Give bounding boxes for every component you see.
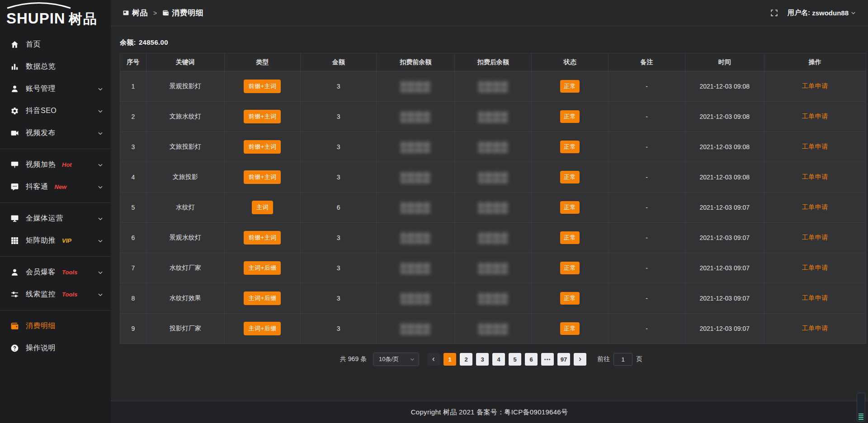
page-button-2[interactable]: 2 — [460, 353, 472, 366]
work-order-link[interactable]: 工单申请 — [802, 113, 828, 121]
page-button-3[interactable]: 3 — [476, 353, 489, 366]
redacted-value — [401, 202, 430, 213]
user-icon — [10, 268, 19, 277]
cell-keyword: 景观投影灯 — [146, 71, 225, 101]
chart-icon — [10, 62, 19, 71]
sidebar-item-会员爆客[interactable]: 会员爆客Tools — [0, 261, 111, 283]
cell-amount: 3 — [301, 253, 377, 283]
type-badge: 主词 — [252, 201, 273, 214]
cell-type: 主词+后缀 — [225, 253, 301, 283]
redacted-value — [478, 80, 508, 92]
cell-action: 工单申请 — [764, 162, 866, 192]
status-badge: 正常 — [560, 80, 580, 93]
breadcrumb-item-树品[interactable]: 树品 — [123, 8, 148, 18]
sidebar-item-线索监控[interactable]: 线索监控Tools — [0, 283, 111, 306]
page-button-6[interactable]: 6 — [525, 353, 538, 366]
page-button-97[interactable]: 97 — [557, 353, 570, 366]
work-order-link[interactable]: 工单申请 — [802, 82, 828, 90]
cell-balance-after — [455, 162, 532, 192]
wallet-icon — [162, 9, 169, 16]
breadcrumb-item-消费明细[interactable]: 消费明细 — [162, 8, 203, 18]
work-order-link[interactable]: 工单申请 — [802, 203, 828, 212]
sidebar-item-label: 视频发布 — [26, 128, 56, 138]
sidebar-item-数据总览[interactable]: 数据总览 — [0, 56, 111, 78]
sidebar-item-抖音SEO[interactable]: 抖音SEO — [0, 100, 111, 122]
work-order-link[interactable]: 工单申请 — [802, 324, 828, 333]
status-badge: 正常 — [560, 292, 580, 305]
sidebar-item-label: 视频加热 — [26, 160, 56, 169]
work-order-link[interactable]: 工单申请 — [802, 143, 828, 151]
column-header: 时间 — [685, 53, 764, 71]
page-size-select[interactable]: 10条/页 — [373, 352, 419, 366]
cell-index: 8 — [120, 283, 146, 313]
username: zswodun88 — [812, 9, 849, 17]
sidebar-item-视频加热[interactable]: 视频加热Hot — [0, 154, 111, 176]
cell-amount: 3 — [301, 162, 377, 192]
logo-text-en: SHUPIN — [6, 10, 66, 27]
sidebar-item-label: 矩阵助推 — [26, 236, 56, 245]
next-page-button[interactable] — [574, 353, 586, 366]
sidebar-item-首页[interactable]: 首页 — [0, 33, 111, 56]
table-row: 2 文旅水纹灯 前缀+主词 3 正常 - 2021-12-03 09:08 工单… — [120, 102, 866, 132]
cell-balance-after — [455, 102, 532, 132]
goto-page: 前往 页 — [594, 353, 646, 366]
topbar-right: 用户名: zswodun88 — [770, 9, 856, 17]
wallet-icon — [10, 322, 19, 330]
sidebar-nav: 首页数据总览账号管理抖音SEO视频发布视频加热Hot抖客通New全媒体运营矩阵助… — [0, 33, 111, 359]
type-badge: 前缀+主词 — [244, 170, 281, 184]
cell-type: 前缀+主词 — [225, 132, 301, 162]
sidebar-item-操作说明[interactable]: 操作说明 — [0, 337, 111, 359]
cell-status: 正常 — [532, 223, 609, 253]
work-order-link[interactable]: 工单申请 — [802, 234, 828, 242]
column-header: 操作 — [764, 53, 866, 71]
prev-page-button[interactable] — [427, 353, 440, 366]
floating-widget[interactable] — [857, 393, 865, 422]
page-button-4[interactable]: 4 — [492, 353, 505, 366]
cell-amount: 3 — [301, 102, 377, 132]
redacted-value — [401, 323, 430, 334]
page-button-5[interactable]: 5 — [509, 353, 521, 366]
page-button-1[interactable]: 1 — [443, 353, 456, 366]
type-badge: 主词+后缀 — [244, 322, 281, 335]
sidebar-item-矩阵助推[interactable]: 矩阵助推VIP — [0, 230, 111, 252]
cell-time: 2021-12-03 09:07 — [685, 223, 764, 253]
type-badge: 前缀+主词 — [244, 110, 281, 123]
consumption-details-page: { "app": { "logo_en": "SHUPIN", "logo_cn… — [0, 0, 868, 423]
redacted-value — [478, 262, 508, 274]
sidebar-item-抖客通[interactable]: 抖客通New — [0, 176, 111, 198]
column-header: 状态 — [532, 53, 609, 71]
cell-status: 正常 — [532, 314, 609, 343]
cell-keyword: 文旅投影灯 — [146, 132, 225, 162]
sidebar-item-消费明细[interactable]: 消费明细 — [0, 315, 111, 337]
fullscreen-icon[interactable] — [770, 9, 778, 17]
cell-time: 2021-12-03 09:07 — [685, 314, 764, 343]
table-header-row: 序号关键词类型金额扣费前余额扣费后余额状态备注时间操作 — [120, 53, 866, 71]
cell-remark: - — [609, 283, 685, 313]
table-row: 9 投影灯厂家 主词+后缀 3 正常 - 2021-12-03 09:07 工单… — [120, 314, 866, 344]
redacted-value — [478, 292, 508, 304]
status-badge: 正常 — [560, 171, 580, 183]
redacted-value — [478, 141, 508, 153]
cell-action: 工单申请 — [764, 223, 866, 253]
work-order-link[interactable]: 工单申请 — [802, 294, 828, 302]
cell-amount: 3 — [301, 314, 377, 343]
cell-keyword: 景观水纹灯 — [146, 223, 225, 253]
sidebar-item-账号管理[interactable]: 账号管理 — [0, 78, 111, 100]
page-ellipsis[interactable]: ••• — [541, 353, 554, 366]
cell-remark: - — [609, 223, 685, 253]
chevron-down-icon — [97, 162, 104, 168]
cell-balance-before — [377, 283, 455, 313]
chevron-down-icon — [97, 108, 104, 114]
status-badge: 正常 — [560, 262, 580, 274]
work-order-link[interactable]: 工单申请 — [802, 264, 828, 272]
user-menu[interactable]: 用户名: zswodun88 — [788, 9, 856, 17]
sidebar-item-视频发布[interactable]: 视频发布 — [0, 122, 111, 144]
breadcrumb-separator: > — [153, 9, 157, 17]
sidebar-item-全媒体运营[interactable]: 全媒体运营 — [0, 207, 111, 230]
redacted-value — [401, 111, 430, 122]
page-buttons: 123456•••97 — [442, 353, 572, 366]
redacted-value — [401, 292, 430, 304]
work-order-link[interactable]: 工单申请 — [802, 173, 828, 181]
goto-page-input[interactable] — [613, 353, 632, 366]
column-header: 序号 — [120, 53, 146, 71]
